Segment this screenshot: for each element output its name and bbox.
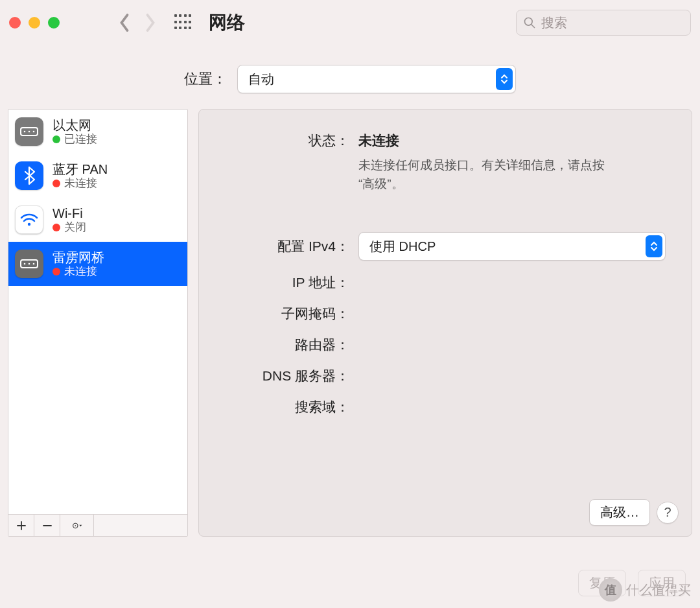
search-field[interactable] bbox=[516, 10, 691, 36]
back-button[interactable] bbox=[111, 10, 137, 36]
ipv4-select[interactable]: 使用 DHCP bbox=[358, 232, 666, 261]
status-dot-icon bbox=[52, 135, 60, 143]
plus-icon bbox=[16, 520, 27, 531]
search-domain-row: 搜索域： bbox=[209, 392, 666, 423]
status-row: 状态： 未连接 未连接任何成员接口。有关详细信息，请点按“高级”。 bbox=[209, 128, 666, 193]
service-sidebar: 以太网 已连接 蓝牙 PAN 未连接 Wi-Fi 关 bbox=[8, 109, 188, 537]
watermark-badge: 值 bbox=[599, 578, 622, 602]
service-item-thunderbolt-bridge[interactable]: 雷雳网桥 未连接 bbox=[8, 242, 187, 286]
pane-title: 网络 bbox=[209, 10, 245, 35]
ipv4-value: 使用 DHCP bbox=[369, 238, 436, 255]
router-row: 路由器： bbox=[209, 329, 666, 360]
svg-point-10 bbox=[33, 263, 35, 265]
select-stepper-icon bbox=[496, 68, 513, 90]
status-dot-icon bbox=[52, 180, 60, 187]
status-label: 状态： bbox=[209, 128, 358, 150]
subnet-mask-label: 子网掩码： bbox=[209, 305, 358, 323]
zoom-window-button[interactable] bbox=[48, 17, 60, 29]
svg-point-4 bbox=[29, 131, 30, 133]
forward-button[interactable] bbox=[137, 10, 163, 36]
ipv4-label: 配置 IPv4： bbox=[209, 237, 358, 255]
action-menu-button[interactable] bbox=[60, 515, 94, 536]
grid-icon bbox=[174, 14, 191, 31]
bluetooth-icon bbox=[15, 161, 43, 190]
ip-address-label: IP 地址： bbox=[209, 274, 358, 292]
show-all-prefs-button[interactable] bbox=[170, 10, 196, 36]
dns-server-row: DNS 服务器： bbox=[209, 360, 666, 392]
configure-ipv4-row: 配置 IPv4： 使用 DHCP bbox=[209, 232, 666, 261]
status-dot-icon bbox=[52, 224, 60, 231]
search-input[interactable] bbox=[540, 15, 700, 31]
svg-point-8 bbox=[24, 263, 26, 265]
service-list: 以太网 已连接 蓝牙 PAN 未连接 Wi-Fi 关 bbox=[8, 110, 187, 514]
service-name: 蓝牙 PAN bbox=[52, 161, 108, 177]
watermark-text: 什么值得买 bbox=[626, 581, 691, 599]
status-dot-icon bbox=[52, 268, 60, 275]
location-select[interactable]: 自动 bbox=[237, 65, 516, 93]
select-stepper-icon bbox=[646, 235, 662, 257]
advanced-button[interactable]: 高级… bbox=[589, 499, 650, 526]
minus-icon bbox=[42, 520, 52, 531]
dns-server-label: DNS 服务器： bbox=[209, 367, 358, 385]
service-name: 以太网 bbox=[52, 117, 97, 133]
chevron-right-icon bbox=[144, 13, 157, 32]
svg-line-1 bbox=[531, 25, 535, 28]
minimize-window-button[interactable] bbox=[29, 17, 40, 29]
detail-panel: 状态： 未连接 未连接任何成员接口。有关详细信息，请点按“高级”。 配置 IPv… bbox=[198, 109, 692, 537]
ip-address-row: IP 地址： bbox=[209, 267, 666, 298]
sidebar-footer bbox=[8, 514, 187, 536]
gear-menu-icon bbox=[72, 520, 82, 531]
service-status: 已连接 bbox=[64, 133, 97, 146]
search-domain-label: 搜索域： bbox=[209, 398, 358, 416]
add-service-button[interactable] bbox=[8, 515, 34, 536]
router-label: 路由器： bbox=[209, 336, 358, 354]
subnet-mask-row: 子网掩码： bbox=[209, 298, 666, 329]
service-item-ethernet[interactable]: 以太网 已连接 bbox=[8, 110, 187, 154]
titlebar: 网络 bbox=[0, 0, 700, 45]
status-description: 未连接任何成员接口。有关详细信息，请点按“高级”。 bbox=[358, 156, 611, 193]
service-item-wifi[interactable]: Wi-Fi 关闭 bbox=[8, 198, 187, 242]
location-label: 位置： bbox=[184, 69, 227, 89]
service-name: 雷雳网桥 bbox=[52, 250, 104, 265]
ethernet-icon bbox=[15, 117, 43, 146]
help-button[interactable]: ? bbox=[657, 502, 679, 524]
service-status: 关闭 bbox=[64, 221, 86, 234]
service-status: 未连接 bbox=[64, 265, 97, 278]
location-row: 位置： 自动 bbox=[0, 65, 700, 93]
wifi-icon bbox=[15, 205, 43, 234]
remove-service-button[interactable] bbox=[34, 515, 60, 536]
svg-point-5 bbox=[33, 131, 35, 133]
svg-point-12 bbox=[75, 525, 76, 526]
service-status: 未连接 bbox=[64, 177, 97, 190]
svg-point-6 bbox=[28, 223, 30, 226]
thunderbolt-bridge-icon bbox=[15, 250, 43, 278]
service-name: Wi-Fi bbox=[52, 205, 86, 221]
status-value: 未连接 bbox=[358, 132, 666, 150]
close-window-button[interactable] bbox=[9, 17, 21, 29]
window-controls bbox=[9, 17, 60, 29]
location-value: 自动 bbox=[248, 71, 274, 88]
service-item-bluetooth-pan[interactable]: 蓝牙 PAN 未连接 bbox=[8, 154, 187, 198]
watermark: 值 什么值得买 bbox=[599, 578, 691, 602]
svg-point-3 bbox=[24, 131, 26, 133]
search-icon bbox=[523, 16, 536, 29]
svg-point-9 bbox=[29, 263, 30, 265]
chevron-left-icon bbox=[118, 13, 131, 32]
